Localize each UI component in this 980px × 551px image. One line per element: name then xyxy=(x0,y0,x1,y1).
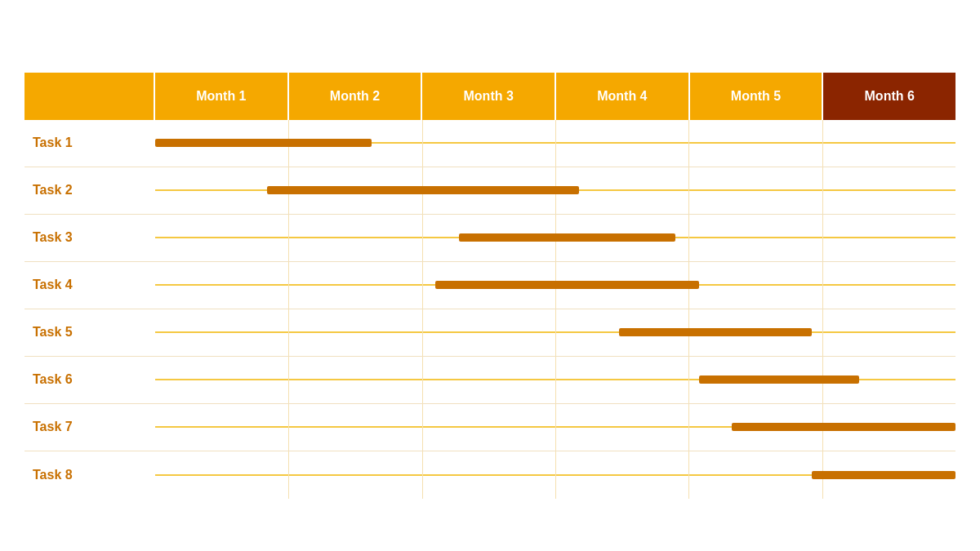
col-separator xyxy=(688,451,689,499)
col-separator xyxy=(822,215,823,261)
table-row: Task 2 xyxy=(24,167,956,215)
gantt-bar xyxy=(619,328,811,336)
gantt-container: Month 1 Month 2 Month 3 Month 4 Month 5 … xyxy=(24,37,956,515)
col-separator xyxy=(555,404,556,451)
col-separator xyxy=(422,120,423,167)
col-separator xyxy=(688,120,689,167)
task-label: Task 3 xyxy=(24,230,155,245)
col-separator xyxy=(422,215,423,261)
header-month-6: Month 6 xyxy=(823,73,956,120)
table-row: Task 3 xyxy=(24,215,956,262)
col-separator xyxy=(288,404,289,451)
col-separator xyxy=(688,404,689,451)
col-separator xyxy=(555,309,556,356)
chart-area xyxy=(155,167,956,214)
chart-area xyxy=(155,309,956,356)
col-separator xyxy=(688,167,689,214)
chart-area xyxy=(155,215,956,261)
col-separator xyxy=(822,262,823,309)
col-separator xyxy=(555,451,556,499)
header-month-5: Month 5 xyxy=(690,73,824,120)
col-separator xyxy=(822,309,823,356)
header-month-4: Month 4 xyxy=(556,73,690,120)
task-label: Task 5 xyxy=(24,325,155,340)
col-separator xyxy=(422,262,423,309)
task-label: Task 1 xyxy=(24,136,155,150)
col-separator xyxy=(288,262,289,309)
col-separator xyxy=(555,120,556,167)
task-label: Task 6 xyxy=(24,372,155,387)
table-row: Task 5 xyxy=(24,309,956,357)
col-separator xyxy=(822,120,823,167)
task-label: Task 8 xyxy=(24,468,155,482)
gantt-bar xyxy=(812,471,956,479)
col-separator xyxy=(422,451,423,499)
header-task-col xyxy=(24,73,155,120)
chart-area xyxy=(155,357,956,403)
col-separator xyxy=(555,357,556,403)
gantt-bar xyxy=(459,233,675,242)
header-month-3: Month 3 xyxy=(422,73,556,120)
table-row: Task 8 xyxy=(24,451,956,499)
gantt-chart: Month 1 Month 2 Month 3 Month 4 Month 5 … xyxy=(24,73,956,499)
col-separator xyxy=(288,215,289,261)
chart-area xyxy=(155,451,956,499)
gantt-bar xyxy=(699,375,859,384)
chart-area xyxy=(155,262,956,309)
col-separator xyxy=(422,404,423,451)
gantt-bar xyxy=(732,423,956,431)
chart-area xyxy=(155,404,956,451)
col-separator xyxy=(288,451,289,499)
col-separator xyxy=(822,167,823,214)
gantt-body: Task 1Task 2Task 3Task 4Task 5Task 6Task… xyxy=(24,120,956,499)
task-label: Task 7 xyxy=(24,420,155,434)
table-row: Task 1 xyxy=(24,120,956,167)
gantt-bar xyxy=(267,186,579,194)
col-separator xyxy=(288,357,289,403)
col-separator xyxy=(288,309,289,356)
task-label: Task 4 xyxy=(24,278,155,292)
table-row: Task 7 xyxy=(24,404,956,451)
header-month-2: Month 2 xyxy=(289,73,423,120)
table-row: Task 6 xyxy=(24,357,956,404)
gantt-header: Month 1 Month 2 Month 3 Month 4 Month 5 … xyxy=(24,73,956,120)
task-label: Task 2 xyxy=(24,183,155,198)
col-separator xyxy=(422,357,423,403)
table-row: Task 4 xyxy=(24,262,956,309)
col-separator xyxy=(422,309,423,356)
gantt-bar xyxy=(435,281,699,289)
gantt-bar xyxy=(155,139,372,147)
header-month-1: Month 1 xyxy=(155,73,289,120)
chart-area xyxy=(155,120,956,167)
col-separator xyxy=(688,215,689,261)
col-separator xyxy=(688,357,689,403)
